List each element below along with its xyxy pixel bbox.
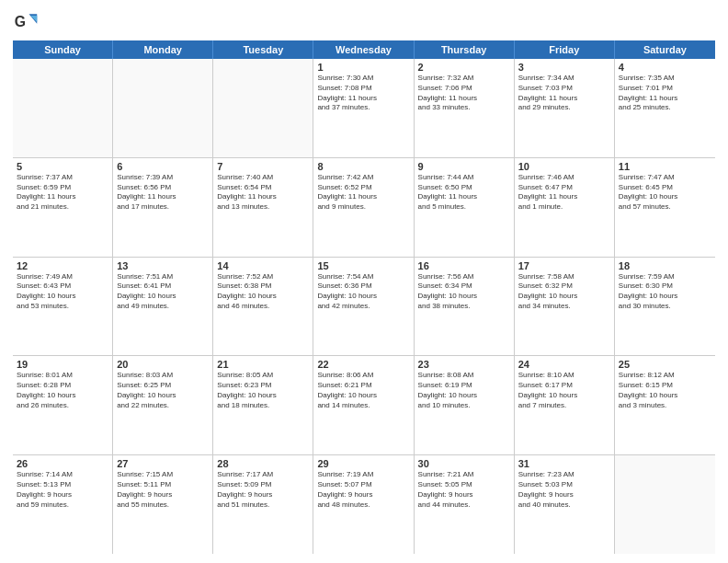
day-info: Sunrise: 8:03 AM Sunset: 6:25 PM Dayligh… [117,371,209,410]
day-info: Sunrise: 8:12 AM Sunset: 6:15 PM Dayligh… [619,371,711,410]
day-cell-5: 5Sunrise: 7:37 AM Sunset: 6:59 PM Daylig… [13,158,113,257]
day-cell-8: 8Sunrise: 7:42 AM Sunset: 6:52 PM Daylig… [313,158,414,257]
day-number: 23 [418,359,510,370]
day-cell-31: 31Sunrise: 7:23 AM Sunset: 5:03 PM Dayli… [515,455,615,554]
day-number: 29 [317,458,409,469]
day-cell-22: 22Sunrise: 8:06 AM Sunset: 6:21 PM Dayli… [313,356,414,454]
day-number: 10 [518,161,610,172]
day-info: Sunrise: 8:01 AM Sunset: 6:28 PM Dayligh… [17,371,108,410]
day-number: 22 [317,359,409,370]
day-info: Sunrise: 8:10 AM Sunset: 6:17 PM Dayligh… [518,371,610,410]
day-info: Sunrise: 7:15 AM Sunset: 5:11 PM Dayligh… [117,470,209,510]
day-cell-10: 10Sunrise: 7:46 AM Sunset: 6:47 PM Dayli… [515,158,615,257]
calendar-row-1: 5Sunrise: 7:37 AM Sunset: 6:59 PM Daylig… [13,158,715,258]
day-cell-3: 3Sunrise: 7:34 AM Sunset: 7:03 PM Daylig… [515,59,615,157]
day-cell-9: 9Sunrise: 7:44 AM Sunset: 6:50 PM Daylig… [415,158,515,257]
day-info: Sunrise: 7:59 AM Sunset: 6:30 PM Dayligh… [619,272,711,312]
day-info: Sunrise: 7:56 AM Sunset: 6:34 PM Dayligh… [418,272,510,312]
day-cell-4: 4Sunrise: 7:35 AM Sunset: 7:01 PM Daylig… [615,59,715,157]
day-number: 21 [217,359,309,370]
day-number: 4 [619,62,711,73]
empty-cell-0-1 [113,59,213,157]
calendar-row-3: 19Sunrise: 8:01 AM Sunset: 6:28 PM Dayli… [13,356,715,455]
weekday-header-friday: Friday [515,40,615,59]
day-info: Sunrise: 7:52 AM Sunset: 6:38 PM Dayligh… [217,272,309,312]
day-cell-7: 7Sunrise: 7:40 AM Sunset: 6:54 PM Daylig… [213,158,313,257]
day-cell-27: 27Sunrise: 7:15 AM Sunset: 5:11 PM Dayli… [113,455,213,554]
day-cell-14: 14Sunrise: 7:52 AM Sunset: 6:38 PM Dayli… [213,258,313,356]
day-number: 19 [17,359,108,370]
calendar-header: SundayMondayTuesdayWednesdayThursdayFrid… [13,40,715,59]
day-number: 2 [418,62,510,73]
day-number: 1 [317,62,409,73]
svg-text:G: G [15,14,26,29]
day-info: Sunrise: 7:40 AM Sunset: 6:54 PM Dayligh… [217,173,309,213]
svg-marker-2 [30,16,37,22]
day-number: 11 [619,161,711,172]
day-number: 5 [17,161,108,172]
day-info: Sunrise: 7:19 AM Sunset: 5:07 PM Dayligh… [317,470,409,510]
calendar-row-0: 1Sunrise: 7:30 AM Sunset: 7:08 PM Daylig… [13,59,715,158]
day-info: Sunrise: 7:47 AM Sunset: 6:45 PM Dayligh… [619,173,711,213]
calendar-row-2: 12Sunrise: 7:49 AM Sunset: 6:43 PM Dayli… [13,258,715,357]
day-number: 16 [418,260,510,271]
day-info: Sunrise: 7:35 AM Sunset: 7:01 PM Dayligh… [619,74,711,113]
day-number: 26 [17,458,108,469]
day-cell-30: 30Sunrise: 7:21 AM Sunset: 5:05 PM Dayli… [415,455,515,554]
day-number: 14 [217,260,309,271]
day-number: 3 [518,62,610,73]
weekday-header-saturday: Saturday [615,40,715,59]
day-number: 31 [518,458,610,469]
day-cell-18: 18Sunrise: 7:59 AM Sunset: 6:30 PM Dayli… [615,258,715,356]
day-number: 15 [317,260,409,271]
weekday-header-wednesday: Wednesday [313,40,414,59]
day-info: Sunrise: 7:17 AM Sunset: 5:09 PM Dayligh… [217,470,309,510]
day-info: Sunrise: 7:42 AM Sunset: 6:52 PM Dayligh… [317,173,409,213]
empty-cell-4-6 [615,455,715,554]
day-number: 13 [117,260,209,271]
day-number: 20 [117,359,209,370]
day-number: 6 [117,161,209,172]
day-info: Sunrise: 7:54 AM Sunset: 6:36 PM Dayligh… [317,272,409,312]
weekday-header-thursday: Thursday [415,40,515,59]
day-cell-13: 13Sunrise: 7:51 AM Sunset: 6:41 PM Dayli… [113,258,213,356]
day-cell-12: 12Sunrise: 7:49 AM Sunset: 6:43 PM Dayli… [13,258,113,356]
empty-cell-0-2 [213,59,313,157]
day-info: Sunrise: 8:06 AM Sunset: 6:21 PM Dayligh… [317,371,409,410]
day-number: 28 [217,458,309,469]
day-info: Sunrise: 8:08 AM Sunset: 6:19 PM Dayligh… [418,371,510,410]
logo-icon: G [13,9,39,35]
day-number: 24 [518,359,610,370]
day-info: Sunrise: 7:51 AM Sunset: 6:41 PM Dayligh… [117,272,209,312]
day-info: Sunrise: 7:49 AM Sunset: 6:43 PM Dayligh… [17,272,108,312]
page-header: G [13,9,715,35]
day-info: Sunrise: 7:23 AM Sunset: 5:03 PM Dayligh… [518,470,610,510]
day-info: Sunrise: 7:32 AM Sunset: 7:06 PM Dayligh… [418,74,510,113]
weekday-header-sunday: Sunday [13,40,113,59]
day-cell-1: 1Sunrise: 7:30 AM Sunset: 7:08 PM Daylig… [313,59,414,157]
weekday-header-tuesday: Tuesday [213,40,313,59]
day-cell-2: 2Sunrise: 7:32 AM Sunset: 7:06 PM Daylig… [415,59,515,157]
day-info: Sunrise: 7:34 AM Sunset: 7:03 PM Dayligh… [518,74,610,113]
day-number: 8 [317,161,409,172]
day-info: Sunrise: 8:05 AM Sunset: 6:23 PM Dayligh… [217,371,309,410]
day-cell-24: 24Sunrise: 8:10 AM Sunset: 6:17 PM Dayli… [515,356,615,454]
day-info: Sunrise: 7:30 AM Sunset: 7:08 PM Dayligh… [317,74,409,113]
day-info: Sunrise: 7:39 AM Sunset: 6:56 PM Dayligh… [117,173,209,213]
weekday-header-monday: Monday [113,40,213,59]
day-number: 27 [117,458,209,469]
day-info: Sunrise: 7:21 AM Sunset: 5:05 PM Dayligh… [418,470,510,510]
day-info: Sunrise: 7:37 AM Sunset: 6:59 PM Dayligh… [17,173,108,213]
day-number: 12 [17,260,108,271]
day-cell-25: 25Sunrise: 8:12 AM Sunset: 6:15 PM Dayli… [615,356,715,454]
day-number: 25 [619,359,711,370]
day-info: Sunrise: 7:14 AM Sunset: 5:13 PM Dayligh… [17,470,108,510]
day-cell-21: 21Sunrise: 8:05 AM Sunset: 6:23 PM Dayli… [213,356,313,454]
day-info: Sunrise: 7:46 AM Sunset: 6:47 PM Dayligh… [518,173,610,213]
day-cell-15: 15Sunrise: 7:54 AM Sunset: 6:36 PM Dayli… [313,258,414,356]
day-number: 9 [418,161,510,172]
day-number: 18 [619,260,711,271]
day-info: Sunrise: 7:44 AM Sunset: 6:50 PM Dayligh… [418,173,510,213]
day-cell-20: 20Sunrise: 8:03 AM Sunset: 6:25 PM Dayli… [113,356,213,454]
day-number: 17 [518,260,610,271]
